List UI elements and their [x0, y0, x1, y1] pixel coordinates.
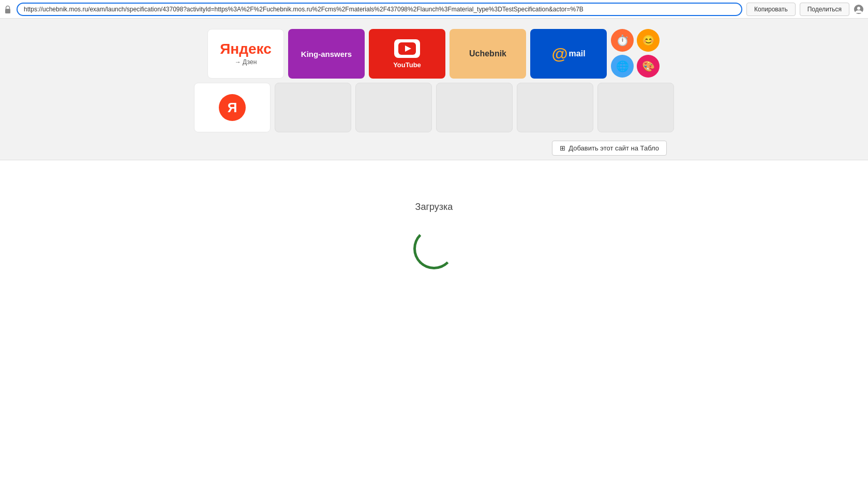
- shortcut-empty-1[interactable]: [275, 83, 351, 132]
- mail-text: mail: [569, 49, 586, 58]
- shortcut-youtube[interactable]: YouTube: [369, 29, 445, 79]
- small-icon-timer[interactable]: ⏱️: [611, 29, 634, 52]
- loading-text: Загрузка: [415, 202, 453, 212]
- add-tabulo-label: Добавить этот сайт на Табло: [568, 144, 659, 152]
- shortcuts-row-1: Яндекс → Дзен King-answers YouTube Uche: [207, 29, 661, 79]
- shortcut-yandex-small[interactable]: Я: [194, 83, 271, 132]
- uchebnik-label: Uchebnik: [469, 49, 506, 58]
- shortcut-mail[interactable]: @ mail: [530, 29, 607, 79]
- yandex-logo: Яндекс: [220, 42, 272, 56]
- profile-icon-button[interactable]: [854, 4, 864, 14]
- loading-spinner: [413, 228, 455, 269]
- copy-button[interactable]: Копировать: [746, 3, 796, 16]
- svg-point-2: [857, 7, 860, 10]
- lock-icon: [4, 5, 12, 13]
- shortcut-empty-4[interactable]: [517, 83, 593, 132]
- add-tabulo-area: ⊞ Добавить этот сайт на Табло: [201, 141, 667, 156]
- svg-rect-0: [5, 9, 10, 13]
- add-tabulo-icon: ⊞: [560, 144, 565, 152]
- youtube-icon-wrapper: [394, 39, 420, 58]
- newtab-area: Яндекс → Дзен King-answers YouTube Uche: [0, 19, 868, 160]
- youtube-label: YouTube: [393, 61, 421, 69]
- youtube-icon: [398, 42, 416, 55]
- share-button[interactable]: Поделиться: [800, 3, 849, 16]
- url-input[interactable]: [17, 3, 742, 16]
- shortcuts-container: Яндекс → Дзен King-answers YouTube Uche: [194, 29, 674, 156]
- small-icon-face[interactable]: 😊: [637, 29, 660, 52]
- shortcuts-row-2: Я: [194, 83, 674, 132]
- shortcut-yandex[interactable]: Яндекс → Дзен: [207, 29, 284, 79]
- mail-at-symbol: @: [551, 45, 567, 62]
- mail-logo-row: @ mail: [551, 45, 585, 62]
- add-tabulo-button[interactable]: ⊞ Добавить этот сайт на Табло: [552, 141, 667, 156]
- shortcut-king[interactable]: King-answers: [288, 29, 365, 79]
- yandex-sub: → Дзен: [235, 58, 257, 66]
- shortcut-uchebnik[interactable]: Uchebnik: [450, 29, 526, 79]
- loading-area: Загрузка: [0, 160, 868, 300]
- shortcut-empty-2[interactable]: [355, 83, 432, 132]
- small-icon-globe[interactable]: 🌐: [611, 55, 634, 78]
- king-label: King-answers: [301, 50, 352, 58]
- shortcut-empty-3[interactable]: [436, 83, 513, 132]
- shortcut-empty-5[interactable]: [597, 83, 674, 132]
- small-icon-art[interactable]: 🎨: [637, 55, 660, 78]
- small-icons-grid: ⏱️ 😊 🌐 🎨: [611, 29, 661, 79]
- spinner-circle: [413, 228, 455, 269]
- yandex-circle-icon: Я: [219, 94, 246, 121]
- address-bar: Копировать Поделиться: [0, 0, 868, 19]
